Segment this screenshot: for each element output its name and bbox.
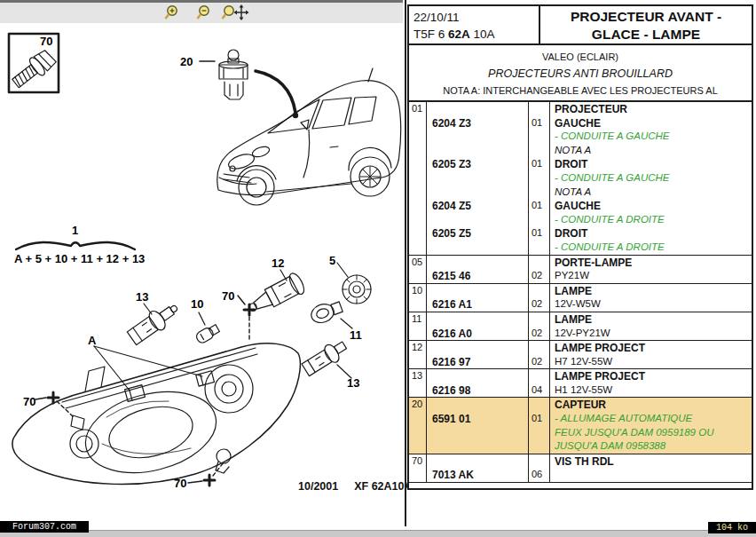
parts-catalog-page: 70201A + 5 + 10 + 11 + 12 + 131310701251… bbox=[0, 0, 756, 537]
table-cell-part: 7013 AK bbox=[427, 468, 529, 482]
figure-label: 70 bbox=[40, 36, 52, 47]
table-cell-part bbox=[427, 398, 529, 412]
table-cell-desc: GAUCHE bbox=[550, 116, 752, 130]
table-cell-ref bbox=[409, 226, 427, 241]
catalog-code: T5F 6 62A 10A bbox=[413, 26, 534, 43]
filesize-badge: 104 ko bbox=[708, 522, 756, 533]
table-cell-desc: H1 12V-55W bbox=[550, 383, 752, 398]
table-cell-ref bbox=[409, 439, 427, 454]
table-cell-part: 6216 A0 bbox=[427, 327, 529, 341]
table-cell-qty bbox=[529, 186, 550, 200]
table-cell-ref bbox=[409, 468, 427, 482]
table-cell-qty: 02 bbox=[529, 297, 550, 312]
table-cell-part: 6216 97 bbox=[427, 355, 529, 369]
table-cell-desc: NOTA A bbox=[550, 144, 752, 158]
table-cell-ref: 10 bbox=[409, 284, 427, 298]
watermark-site: Forum307.com bbox=[0, 521, 89, 533]
figure-label: 12 bbox=[272, 257, 284, 269]
figure-label: 70 bbox=[23, 396, 35, 407]
table-cell-qty: 01 bbox=[529, 116, 550, 130]
table-cell-desc: PORTE-LAMPE bbox=[550, 256, 752, 270]
table-cell-desc: LAMPE PROJECT bbox=[550, 369, 752, 383]
table-cell-ref bbox=[409, 327, 427, 341]
table-cell-desc: 12V-PY21W bbox=[550, 327, 752, 341]
table-cell-qty bbox=[529, 144, 550, 158]
table-cell-part bbox=[427, 284, 529, 298]
horizontal-scrollbar[interactable] bbox=[0, 530, 756, 537]
table-cell-qty: 01 bbox=[529, 412, 550, 426]
table-cell-part: 6204 Z3 bbox=[427, 116, 529, 130]
table-cell-desc: LAMPE bbox=[550, 312, 752, 327]
table-cell-desc: DROIT bbox=[550, 226, 752, 241]
table-row: 6591 0101- ALLUMAGE AUTOMATIQUE bbox=[409, 412, 752, 426]
table-row: 6205 Z501DROIT bbox=[409, 226, 752, 241]
table-cell-part bbox=[427, 186, 529, 200]
table-row: 6205 Z301DROIT bbox=[409, 157, 752, 171]
table-row: FEUX JUSQU'A DAM 0959189 OU bbox=[409, 426, 752, 440]
table-row: 20CAPTEUR bbox=[409, 398, 752, 412]
table-cell-qty: 01 bbox=[529, 226, 550, 241]
table-cell-qty: 01 bbox=[529, 157, 550, 171]
table-cell-ref bbox=[409, 116, 427, 130]
table-cell-ref bbox=[409, 157, 427, 171]
table-row: 6204 Z301GAUCHE bbox=[409, 116, 752, 130]
table-row: - CONDUITE A DROITE bbox=[409, 241, 752, 255]
nota-label: NOTA A: INTERCHANGEABLE AVEC LES PROJECT… bbox=[409, 83, 752, 99]
table-cell-ref bbox=[409, 241, 427, 255]
table-cell-desc: - CONDUITE A GAUCHE bbox=[550, 130, 752, 144]
table-cell-part bbox=[427, 144, 529, 158]
table-cell-part bbox=[427, 171, 529, 186]
table-cell-desc: DROIT bbox=[550, 157, 752, 171]
table-row: NOTA A bbox=[409, 186, 752, 200]
table-cell-desc: - CONDUITE A DROITE bbox=[550, 213, 752, 227]
table-cell-ref: 12 bbox=[409, 341, 427, 355]
table-cell-part: 6204 Z5 bbox=[427, 199, 529, 213]
table-section-05[interactable]: 05PORTE-LAMPE6215 4602PY21W bbox=[409, 256, 752, 284]
table-cell-part: 6216 98 bbox=[427, 383, 529, 398]
table-section-10[interactable]: 10LAMPE6216 A10212V-W5W bbox=[409, 284, 752, 312]
table-section-13[interactable]: 13LAMPE PROJECT6216 9804H1 12V-55W bbox=[409, 369, 752, 398]
figure-footer-ref: XF 62A10A bbox=[354, 480, 412, 493]
table-cell-desc: - ALLUMAGE AUTOMATIQUE bbox=[550, 412, 752, 426]
table-cell-qty bbox=[529, 454, 550, 469]
table-cell-qty bbox=[529, 312, 550, 327]
figure-label: 70 bbox=[174, 478, 186, 489]
table-cell-qty: 02 bbox=[529, 355, 550, 369]
table-cell-qty bbox=[529, 171, 550, 186]
table-cell-desc: H7 12V-55W bbox=[550, 355, 752, 369]
table-cell-part bbox=[427, 312, 529, 327]
table-section-01[interactable]: 01PROJECTEUR6204 Z301GAUCHE- CONDUITE A … bbox=[409, 102, 752, 256]
table-row: 70VIS TH RDL bbox=[409, 454, 752, 469]
table-cell-part bbox=[427, 256, 529, 270]
figure-label: A bbox=[88, 335, 96, 346]
table-section-11[interactable]: 11LAMPE6216 A00212V-PY21W bbox=[409, 312, 752, 341]
panel-divider bbox=[405, 0, 406, 526]
table-cell-ref: 11 bbox=[409, 312, 427, 327]
figure-label: 5 bbox=[329, 255, 335, 266]
table-row: 05PORTE-LAMPE bbox=[409, 256, 752, 270]
table-cell-qty bbox=[529, 369, 550, 383]
table-cell-desc: GAUCHE bbox=[550, 199, 752, 213]
table-cell-qty bbox=[529, 102, 550, 116]
table-cell-qty: 04 bbox=[529, 383, 550, 398]
table-cell-ref bbox=[409, 144, 427, 158]
table-section-70[interactable]: 70VIS TH RDL7013 AK06 bbox=[409, 454, 752, 483]
table-cell-qty bbox=[529, 439, 550, 454]
table-cell-desc: - CONDUITE A DROITE bbox=[550, 241, 752, 255]
table-row: - CONDUITE A GAUCHE bbox=[409, 171, 752, 186]
table-cell-qty bbox=[529, 213, 550, 227]
table-cell-ref: 70 bbox=[409, 454, 427, 469]
table-section-12[interactable]: 12LAMPE PROJECT6216 9702H7 12V-55W bbox=[409, 341, 752, 369]
table-cell-desc: JUSQU'A DAM 0958388 bbox=[550, 439, 752, 454]
table-cell-desc: VIS TH RDL bbox=[550, 454, 752, 469]
table-cell-ref bbox=[409, 269, 427, 283]
parts-table-body: 01PROJECTEUR6204 Z301GAUCHE- CONDUITE A … bbox=[409, 102, 752, 483]
table-cell-ref bbox=[409, 186, 427, 200]
table-cell-part: 6205 Z3 bbox=[427, 157, 529, 171]
catalog-header-codes: 22/10/11 T5F 6 62A 10A bbox=[409, 6, 540, 43]
table-cell-part: 6216 A1 bbox=[427, 297, 529, 312]
table-cell-part bbox=[427, 439, 529, 454]
table-row: 6216 A00212V-PY21W bbox=[409, 327, 752, 341]
table-cell-part bbox=[427, 426, 529, 440]
table-section-20[interactable]: 20CAPTEUR6591 0101- ALLUMAGE AUTOMATIQUE… bbox=[409, 398, 752, 454]
